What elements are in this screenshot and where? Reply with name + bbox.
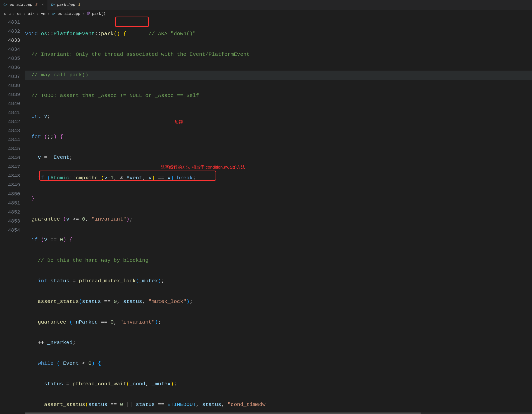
code-line[interactable]: if (Atomic::cmpxchg (v-1, &_Event, v) ==… [25, 174, 532, 183]
breadcrumb-item[interactable]: park() [92, 12, 106, 16]
tab-label: park.hpp [57, 3, 75, 7]
tab-bar: C⁺ os_aix.cpp 8 × C⁺ park.hpp 1 [0, 0, 532, 10]
scrollbar-thumb[interactable] [25, 412, 421, 414]
tab-modified-badge: 1 [78, 3, 81, 7]
chevron-right-icon: › [13, 12, 15, 16]
tab-modified-badge: 8 [35, 3, 38, 7]
code-line[interactable]: v = _Event; [25, 153, 532, 162]
code-line[interactable]: // Do this the hard way by blocking [25, 256, 532, 265]
tab-label: os_aix.cpp [10, 3, 32, 7]
code-line[interactable]: while (_Event < 0) { [25, 359, 532, 368]
line-number: 4851 [0, 199, 20, 208]
line-number: 4845 [0, 144, 20, 153]
line-number: 4853 [0, 217, 20, 226]
code-line[interactable]: if (v == 0) { [25, 235, 532, 244]
line-number: 4841 [0, 108, 20, 117]
line-number: 4850 [0, 190, 20, 199]
line-number: 4837 [0, 72, 20, 81]
code-line[interactable]: // Invariant: Only the thread associated… [25, 50, 532, 59]
code-line[interactable]: assert_status(status == 0 || status == E… [25, 400, 532, 409]
code-line[interactable]: int status = pthread_mutex_lock(_mutex); [25, 277, 532, 286]
code-line[interactable]: ++ _nParked; [25, 338, 532, 347]
line-number-gutter: 4831 4832 4833 4834 4835 4836 4837 4838 … [0, 18, 25, 414]
cpp-file-icon: C⁺ [4, 3, 8, 7]
line-number: 4848 [0, 172, 20, 181]
code-line[interactable]: int v; [25, 112, 532, 121]
code-line[interactable]: guarantee (v >= 0, "invariant"); [25, 215, 532, 224]
line-number: 4847 [0, 163, 20, 172]
chevron-right-icon: › [82, 12, 85, 16]
tab-os-aix-cpp[interactable]: C⁺ os_aix.cpp 8 × [0, 0, 47, 10]
line-number: 4854 [0, 226, 20, 235]
code-area[interactable]: void os::PlatformEvent::park() { // AKA … [25, 18, 532, 414]
cpp-file-icon: C⁺ [51, 3, 55, 7]
breadcrumb-item[interactable]: os_aix.cpp [58, 12, 80, 16]
line-number: 4843 [0, 126, 20, 135]
code-line[interactable]: // TODO: assert that _Assoc != NULL or _… [25, 91, 532, 100]
code-line[interactable]: // may call park(). [25, 71, 532, 80]
line-number: 4833 [0, 36, 20, 45]
breadcrumb-item[interactable]: aix [28, 12, 35, 16]
breadcrumb: src › os › aix › vm › C⁺ os_aix.cpp › pa… [0, 10, 532, 18]
line-number: 4846 [0, 153, 20, 163]
tab-park-hpp[interactable]: C⁺ park.hpp 1 [47, 0, 84, 10]
code-line[interactable]: for (;;) { [25, 132, 532, 141]
line-number: 4836 [0, 63, 20, 72]
line-number: 4838 [0, 81, 20, 90]
code-line[interactable]: status = pthread_cond_wait(_cond, _mutex… [25, 380, 532, 389]
code-line[interactable]: guarantee (_nParked == 0, "invariant"); [25, 318, 532, 327]
chevron-right-icon: › [37, 12, 39, 16]
line-number: 4839 [0, 90, 20, 99]
breadcrumb-item[interactable]: vm [41, 12, 45, 16]
line-number: 4834 [0, 45, 20, 54]
code-line[interactable]: } [25, 194, 532, 203]
cpp-file-icon: C⁺ [52, 12, 56, 16]
annotation-block: 阻塞线程的方法 相当于 condition.await()方法 [161, 164, 245, 170]
highlight-box-park [115, 17, 149, 27]
code-line[interactable]: assert_status(status == 0, status, "mute… [25, 297, 532, 306]
breadcrumb-item[interactable]: src [4, 12, 11, 16]
line-number: 4844 [0, 135, 20, 144]
line-number: 4840 [0, 99, 20, 108]
line-number: 4831 [0, 18, 20, 27]
line-number: 4832 [0, 27, 20, 36]
line-number: 4852 [0, 208, 20, 217]
chevron-right-icon: › [24, 12, 26, 16]
horizontal-scrollbar[interactable] [25, 412, 532, 414]
line-number: 4849 [0, 181, 20, 190]
chevron-right-icon: › [47, 12, 50, 16]
code-line[interactable]: void os::PlatformEvent::park() { // AKA … [25, 29, 532, 38]
line-number: 4835 [0, 54, 20, 63]
line-number: 4842 [0, 117, 20, 126]
close-icon[interactable]: × [42, 3, 44, 7]
code-editor[interactable]: 4831 4832 4833 4834 4835 4836 4837 4838 … [0, 18, 532, 414]
method-icon [87, 12, 90, 16]
breadcrumb-item[interactable]: os [17, 12, 22, 16]
